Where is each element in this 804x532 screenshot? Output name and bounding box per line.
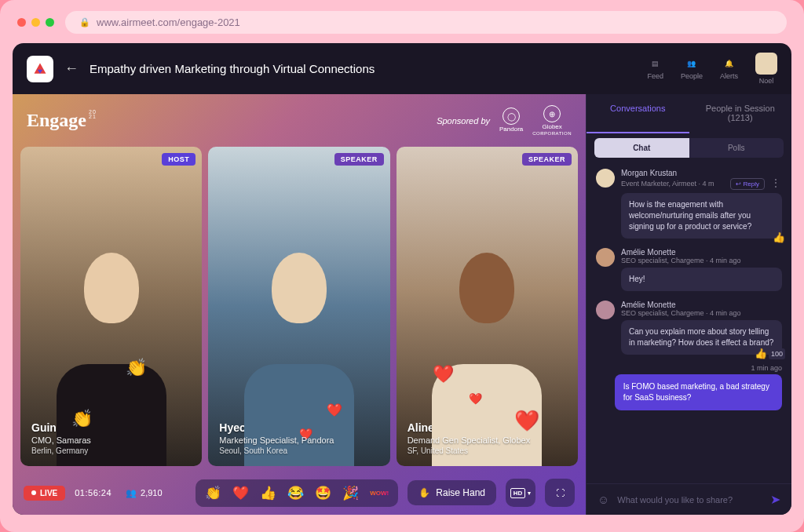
live-indicator: LIVE (24, 486, 65, 501)
message-bubble: How is the enagement with welcome/nurtur… (621, 193, 782, 239)
sponsor-pandora: ◯ Pandora (499, 107, 523, 133)
session-title: Empathy driven Marketing through Virtual… (90, 62, 375, 75)
own-message-bubble: Is FOMO based marketing, a bad strategy … (615, 374, 782, 410)
chat-input-bar: ☺ ➤ (587, 483, 791, 515)
reaction-star-eyes[interactable]: 🤩 (315, 485, 331, 501)
session-time: 01:56:24 (75, 488, 111, 497)
send-icon[interactable]: ➤ (770, 492, 780, 507)
tab-conversations[interactable]: Conversations (587, 94, 689, 133)
avatar (596, 248, 615, 267)
emoji-picker-icon[interactable]: ☺ (598, 493, 609, 506)
app-header: ← Empathy driven Marketing through Virtu… (13, 43, 791, 94)
reaction-wow[interactable]: WOW! (370, 490, 389, 497)
nav-feed[interactable]: ▤ Feed (647, 57, 663, 80)
role-badge-host: HOST (162, 153, 196, 166)
engage-brand: Engage2021 (27, 110, 97, 131)
nav-profile[interactable]: Noel (755, 53, 777, 85)
chat-message: Amélie Monette SEO specialist, Chargeme … (596, 301, 782, 355)
header-nav: ▤ Feed 👥 People 🔔 Alerts Noel (647, 53, 777, 85)
sponsor-globex: ⊕ Globex CORPORATION (532, 105, 572, 136)
sidebar-tabs: Conversations People in Session (1213) (587, 94, 791, 133)
lock-icon: 🔒 (79, 17, 90, 27)
maximize-window-button[interactable] (46, 18, 54, 27)
chat-message: Morgan Krustan Event Marketer, Airmeet ·… (596, 169, 782, 239)
expand-icon: ⛶ (556, 488, 565, 497)
tab-people-in-session[interactable]: People in Session (1213) (689, 94, 792, 133)
reaction-thumbsup[interactable]: 👍 (260, 485, 276, 501)
stage-header: Engage2021 Sponsored by ◯ Pandora ⊕ Glob… (13, 94, 586, 142)
hand-icon: ✋ (418, 487, 430, 498)
pandora-icon: ◯ (502, 107, 520, 125)
stage-footer: LIVE 01:56:24 👥 2,910 👏 ❤️ 👍 😂 🤩 🎉 (13, 471, 586, 515)
chat-list[interactable]: Morgan Krustan Event Marketer, Airmeet ·… (587, 162, 791, 483)
role-badge-speaker: SPEAKER (334, 153, 384, 166)
minimize-window-button[interactable] (31, 18, 40, 27)
subtab-chat[interactable]: Chat (594, 138, 689, 158)
chat-input[interactable] (617, 495, 762, 505)
back-arrow-icon[interactable]: ← (64, 60, 79, 77)
sidebar-subtabs: Chat Polls (587, 133, 791, 162)
message-reaction[interactable]: 👍 (773, 231, 785, 245)
reaction-heart[interactable]: ❤️ (232, 485, 249, 501)
app-window: ← Empathy driven Marketing through Virtu… (13, 43, 791, 515)
reaction-party[interactable]: 🎉 (342, 485, 359, 501)
message-bubble: Can you explain more about story telling… (621, 320, 782, 355)
reply-button[interactable]: ↩Reply (730, 178, 765, 190)
avatar (596, 301, 615, 319)
reply-icon: ↩ (736, 180, 741, 188)
app-body: Engage2021 Sponsored by ◯ Pandora ⊕ Glob… (13, 94, 791, 515)
viewer-count: 👥 2,910 (126, 488, 163, 498)
nav-alerts[interactable]: 🔔 Alerts (720, 57, 738, 80)
message-reaction[interactable]: 👍100 (755, 347, 785, 361)
raise-hand-button[interactable]: ✋ Raise Hand (407, 480, 496, 505)
user-avatar (755, 53, 777, 75)
feed-icon: ▤ (649, 57, 662, 70)
url-text: www.airmeet.com/engage-2021 (97, 16, 240, 28)
chevron-down-icon: ▾ (528, 490, 531, 497)
window-controls (17, 18, 54, 27)
role-badge-speaker: SPEAKER (522, 153, 572, 166)
speaker-card-2[interactable]: SPEAKER ❤️ ❤️ ❤️ Aline Richard Demand Ge… (397, 147, 578, 466)
speaker-card-1[interactable]: SPEAKER ❤️ ❤️ Hyeon Chin-Hae Marketing S… (208, 147, 389, 466)
reaction-bar: 👏 ❤️ 👍 😂 🤩 🎉 WOW! (196, 479, 398, 507)
reaction-laugh[interactable]: 😂 (287, 485, 304, 501)
browser-frame: 🔒 www.airmeet.com/engage-2021 ← Empathy … (0, 0, 804, 532)
chat-message: Amélie Monette SEO specialist, Chargeme … (596, 248, 782, 291)
own-message: 1 min ago Is FOMO based marketing, a bad… (615, 364, 782, 410)
close-window-button[interactable] (17, 18, 26, 27)
more-icon[interactable]: ⋮ (769, 177, 782, 188)
nav-people[interactable]: 👥 People (681, 57, 703, 80)
airmeet-logo[interactable] (27, 56, 53, 82)
browser-chrome: 🔒 www.airmeet.com/engage-2021 (13, 11, 791, 34)
live-dot-icon (31, 490, 36, 495)
bell-icon: 🔔 (722, 57, 735, 70)
fullscreen-button[interactable]: ⛶ (545, 479, 575, 507)
hd-toggle-button[interactable]: HD ▾ (506, 479, 535, 507)
speaker-grid: HOST 👏 👏 Guinevere Frazier CMO, Samaras … (13, 142, 586, 471)
globe-icon: ⊕ (543, 105, 561, 122)
stage: Engage2021 Sponsored by ◯ Pandora ⊕ Glob… (13, 94, 586, 515)
url-bar[interactable]: 🔒 www.airmeet.com/engage-2021 (65, 11, 787, 34)
speaker-card-host[interactable]: HOST 👏 👏 Guinevere Frazier CMO, Samaras … (20, 147, 202, 466)
avatar (596, 169, 615, 188)
message-bubble: Hey! (621, 268, 782, 291)
people-icon: 👥 (126, 488, 137, 498)
subtab-polls[interactable]: Polls (689, 138, 784, 158)
reaction-clap[interactable]: 👏 (205, 485, 221, 501)
sidebar: Conversations People in Session (1213) C… (586, 94, 791, 515)
sponsor-bar: Sponsored by ◯ Pandora ⊕ Globex CORPORAT… (437, 105, 572, 136)
people-icon: 👥 (685, 57, 698, 70)
